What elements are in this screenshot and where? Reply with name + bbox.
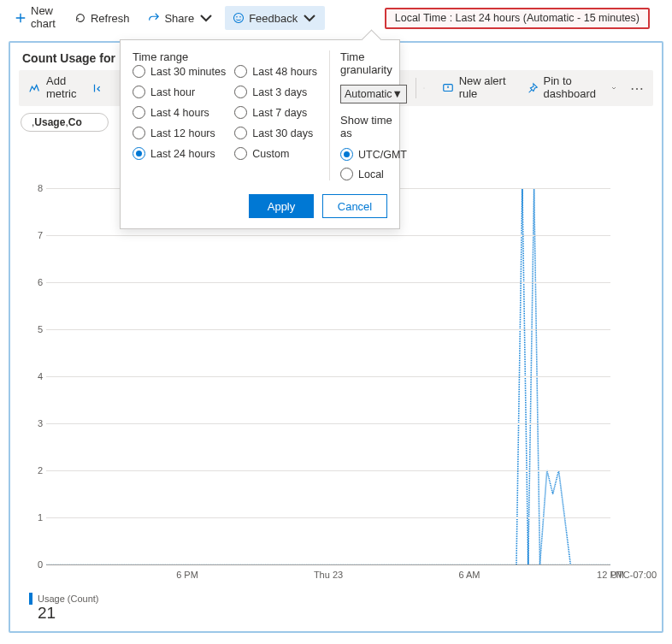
gridline — [46, 564, 610, 565]
y-tick-label: 4 — [27, 371, 43, 381]
legend-series-label: Usage (Count) — [38, 594, 99, 604]
svg-point-1 — [236, 16, 238, 18]
new-chart-button[interactable]: New chart — [7, 1, 63, 35]
feedback-label: Feedback — [249, 12, 298, 25]
x-tick-label: 6 PM — [176, 570, 198, 580]
radio-label: Last 30 days — [252, 127, 313, 139]
top-toolbar: New chart Refresh Share Feedback Local T… — [0, 0, 672, 36]
time-range-heading: Time range — [133, 50, 317, 63]
svg-point-0 — [234, 13, 244, 22]
y-tick-label: 1 — [27, 512, 43, 523]
time-range-option[interactable]: Last 4 hours — [133, 106, 226, 119]
radio-icon — [133, 86, 145, 98]
new-alert-rule-button[interactable]: New alert rule — [432, 70, 516, 106]
time-range-pill[interactable]: Local Time : Last 24 hours (Automatic - … — [385, 8, 650, 29]
metric-chip[interactable]: , Usage, Co — [21, 113, 109, 132]
alert-icon — [442, 82, 454, 94]
radio-icon — [133, 127, 145, 139]
gridline — [46, 235, 610, 236]
refresh-button[interactable]: Refresh — [67, 8, 138, 29]
more-menu-button[interactable]: ⋯ — [622, 80, 653, 97]
y-tick-label: 6 — [27, 277, 43, 287]
add-metric-button[interactable]: Add metric — [19, 70, 86, 106]
refresh-label: Refresh — [91, 12, 130, 25]
y-tick-label: 0 — [27, 559, 43, 570]
add-metric-icon — [29, 82, 41, 94]
gridline — [46, 329, 610, 330]
gridline — [46, 470, 610, 471]
show-time-option[interactable]: Local — [340, 168, 407, 180]
chevron-down-icon[interactable] — [606, 80, 622, 96]
legend-value: 21 — [29, 605, 99, 621]
time-range-option[interactable]: Last 30 minutes — [133, 65, 226, 78]
radio-icon — [234, 106, 247, 119]
pin-dashboard-label: Pin to dashboard — [544, 75, 596, 101]
time-range-popover: Time range Last 30 minutesLast hourLast … — [120, 39, 400, 229]
range-radio-group: Last 30 minutesLast hourLast 4 hoursLast… — [133, 65, 317, 160]
gridline — [46, 423, 610, 424]
y-tick-label: 8 — [27, 183, 43, 193]
dropdown-icon: ▼ — [392, 88, 403, 100]
radio-icon — [340, 148, 353, 161]
radio-icon — [234, 86, 247, 98]
new-chart-label: New chart — [31, 5, 56, 31]
show-time-option[interactable]: UTC/GMT — [340, 148, 407, 161]
radio-icon — [133, 106, 145, 119]
pin-icon — [527, 82, 539, 94]
time-range-option[interactable]: Last 30 days — [234, 127, 317, 139]
feedback-icon — [233, 12, 245, 24]
apply-button[interactable]: Apply — [249, 194, 314, 218]
svg-point-2 — [239, 16, 241, 18]
chart-legend: Usage (Count) 21 — [29, 593, 99, 621]
time-range-option[interactable]: Last 12 hours — [133, 127, 226, 139]
share-label: Share — [164, 12, 194, 25]
gridline — [46, 282, 610, 283]
y-tick-label: 5 — [27, 324, 43, 334]
time-range-option[interactable]: Last 24 hours — [133, 147, 226, 160]
radio-icon — [234, 65, 247, 78]
y-tick-label: 3 — [27, 418, 43, 428]
time-range-option[interactable]: Last hour — [133, 86, 226, 98]
radio-label: Last 7 days — [252, 107, 307, 119]
show-time-heading: Show time as — [340, 114, 407, 139]
chevron-down-icon[interactable] — [416, 80, 432, 96]
legend-swatch — [29, 593, 32, 605]
add-filter-icon[interactable] — [91, 82, 103, 94]
show-time-radio-group: UTC/GMTLocal — [340, 148, 407, 180]
granularity-value: Automatic — [345, 88, 392, 100]
chip-text: Co — [68, 116, 82, 128]
x-tick-label: 6 AM — [458, 570, 480, 580]
x-tick-label: 12 PM — [597, 570, 624, 580]
radio-icon — [340, 168, 353, 180]
granularity-select[interactable]: Automatic ▼ — [340, 85, 407, 103]
gridline — [46, 376, 610, 377]
radio-icon — [234, 127, 247, 139]
y-tick-label: 2 — [27, 465, 43, 476]
time-range-option[interactable]: Custom — [234, 147, 317, 160]
radio-icon — [133, 147, 145, 160]
time-range-text: Local Time : Last 24 hours (Automatic - … — [395, 12, 640, 24]
radio-label: Last 12 hours — [150, 127, 215, 139]
radio-label: Last 48 hours — [252, 66, 317, 78]
gridline — [46, 517, 610, 518]
share-button[interactable]: Share — [140, 6, 221, 30]
refresh-icon — [74, 12, 86, 24]
plus-icon — [15, 12, 27, 24]
chart-plot-area: UTC-07:00 0123456786 PMThu 236 AM12 PM — [46, 188, 610, 564]
feedback-button[interactable]: Feedback — [225, 6, 325, 30]
time-range-option[interactable]: Last 7 days — [234, 106, 317, 119]
radio-icon — [133, 65, 145, 78]
radio-label: Last hour — [150, 86, 195, 98]
y-tick-label: 7 — [27, 230, 43, 240]
time-range-option[interactable]: Last 3 days — [234, 86, 317, 98]
radio-label: Last 3 days — [252, 86, 307, 98]
time-range-option[interactable]: Last 48 hours — [234, 65, 317, 78]
radio-icon — [234, 147, 247, 160]
granularity-heading: Time granularity — [340, 50, 407, 76]
add-metric-label: Add metric — [46, 75, 76, 101]
x-tick-label: Thu 23 — [314, 570, 343, 580]
cancel-button[interactable]: Cancel — [322, 194, 387, 218]
chevron-down-icon — [198, 10, 214, 26]
radio-label: Custom — [252, 148, 289, 160]
pin-dashboard-button[interactable]: Pin to dashboard — [516, 70, 606, 106]
